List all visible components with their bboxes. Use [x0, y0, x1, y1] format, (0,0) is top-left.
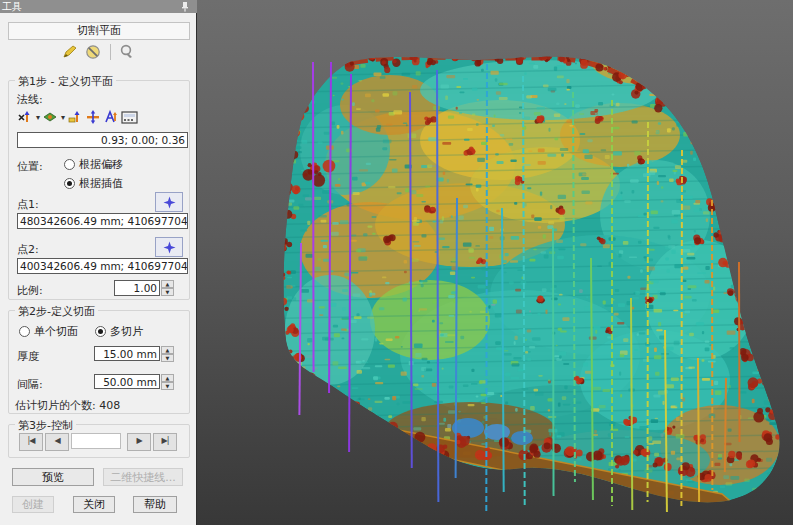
pick-point-icon [163, 241, 176, 254]
help-button[interactable]: 帮助 [133, 496, 177, 513]
normal-toolbar: ▾ ▾ [17, 107, 138, 127]
normal-align-icon[interactable] [103, 109, 119, 125]
point2-label: 点2: [17, 242, 39, 257]
panel-title: 工具 [2, 1, 22, 12]
cancel-plane-button[interactable] [84, 42, 103, 61]
normal-label: 法线: [17, 92, 43, 107]
spin-up-button[interactable]: ▲ [161, 280, 174, 288]
radio-dot [64, 159, 75, 170]
spin-up-button[interactable]: ▲ [161, 374, 174, 382]
tool-panel: 工具 切割平面 第1步 - [0, 0, 197, 525]
step3-group: 第3步-控制 |◀ ◀ ▶ ▶| [8, 424, 190, 458]
radio-multi-slice[interactable]: 多切片 [95, 324, 143, 339]
spacing-input[interactable]: 50.00 mm [94, 374, 160, 389]
panel-titlebar[interactable]: 工具 [0, 0, 197, 13]
point2-pick-button[interactable] [155, 237, 183, 257]
ratio-input[interactable]: 1.00 [114, 280, 160, 296]
context-help-button[interactable] [118, 42, 137, 61]
radio-single-section[interactable]: 单个切面 [19, 324, 78, 339]
normal-plane-icon[interactable] [42, 109, 58, 125]
no-entry-icon [85, 44, 101, 60]
ratio-label: 比例: [17, 283, 43, 298]
pin-icon[interactable] [180, 1, 190, 12]
edit-plane-button[interactable] [61, 42, 80, 61]
slice-index-input[interactable] [71, 433, 121, 449]
step1-group: 第1步 - 定义切平面 法线: ▾ ▾ [8, 80, 190, 300]
radio-single-section-label: 单个切面 [34, 324, 78, 339]
pick-point-icon [163, 196, 176, 209]
normal-value-input[interactable]: 0.93; 0.00; 0.36 [17, 132, 188, 148]
close-button[interactable]: 关闭 [73, 496, 115, 513]
application-window: { "window": { "title": "工具" }, "icons": … [0, 0, 793, 525]
keyboard-input-icon[interactable] [121, 110, 138, 125]
thickness-label: 厚度 [17, 349, 39, 364]
spin-down-button[interactable]: ▼ [161, 288, 174, 296]
ratio-spinner: ▲ ▼ [161, 280, 174, 296]
thickness-spinner: ▲ ▼ [161, 346, 174, 361]
create-button[interactable]: 创建 [12, 496, 54, 513]
normal-invert-icon[interactable] [85, 109, 101, 125]
thickness-input[interactable]: 15.00 mm [94, 346, 160, 361]
step2-group: 第2步-定义切面 单个切面 多切片 厚度 15.00 mm ▲ ▼ 间隔: 50… [8, 310, 190, 414]
caret-down-icon[interactable]: ▾ [61, 113, 65, 122]
radio-by-offset[interactable]: 根据偏移 [64, 157, 123, 172]
position-label: 位置: [17, 159, 43, 174]
first-slice-button[interactable]: |◀ [19, 433, 43, 451]
point1-value-input[interactable]: 480342606.49 mm; 4106977042.00 mm [17, 213, 188, 229]
help-hand-icon [119, 44, 135, 60]
pencil-icon [62, 44, 78, 60]
point-cloud-render [197, 0, 793, 525]
step1-group-label: 第1步 - 定义切平面 [15, 74, 116, 89]
next-slice-button[interactable]: ▶ [127, 433, 151, 451]
spacing-label: 间隔: [17, 377, 43, 392]
radio-multi-slice-label: 多切片 [110, 324, 143, 339]
toolbar-separator [110, 44, 111, 60]
step3-group-label: 第3步-控制 [15, 418, 76, 433]
normal-pick-icon[interactable] [17, 109, 33, 125]
step2-group-label: 第2步-定义切面 [15, 304, 98, 319]
preview-button[interactable]: 预览 [12, 468, 94, 486]
normal-axis-icon[interactable] [67, 109, 83, 125]
radio-dot [64, 178, 75, 189]
radio-by-interpolation-label: 根据插值 [79, 176, 123, 191]
previous-slice-button[interactable]: ◀ [45, 433, 69, 451]
last-slice-button[interactable]: ▶| [153, 433, 177, 451]
point1-pick-button[interactable] [155, 192, 183, 212]
radio-by-interpolation[interactable]: 根据插值 [64, 176, 123, 191]
panel-toolbar [0, 41, 197, 62]
spin-up-button[interactable]: ▲ [161, 346, 174, 354]
spacing-spinner: ▲ ▼ [161, 374, 174, 389]
point1-label: 点1: [17, 197, 39, 212]
spin-down-button[interactable]: ▼ [161, 354, 174, 362]
3d-viewport[interactable] [197, 0, 793, 525]
slice-count-estimate: 估计切片的个数: 408 [15, 398, 120, 413]
spin-down-button[interactable]: ▼ [161, 382, 174, 390]
radio-dot [19, 326, 30, 337]
radio-dot [95, 326, 106, 337]
tab-cutting-plane[interactable]: 切割平面 [8, 22, 190, 40]
2d-shortcut-button[interactable]: 二维快捷线... [103, 468, 183, 486]
radio-by-offset-label: 根据偏移 [79, 157, 123, 172]
caret-down-icon[interactable]: ▾ [36, 113, 40, 122]
point2-value-input[interactable]: 400342606.49 mm; 4106977042.00 mm [17, 258, 188, 274]
